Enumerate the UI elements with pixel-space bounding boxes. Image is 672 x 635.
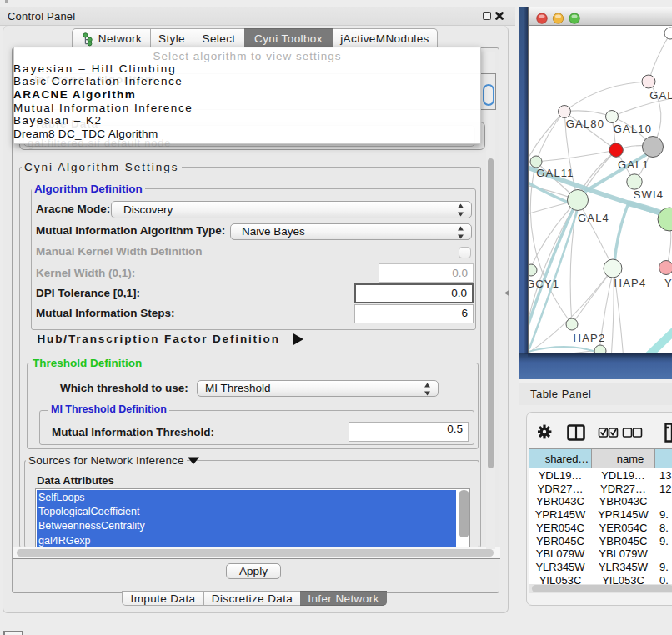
svg-text:GAL80: GAL80 xyxy=(566,118,604,130)
svg-text:HAP4: HAP4 xyxy=(614,277,647,289)
svg-text:GAL1: GAL1 xyxy=(618,158,649,171)
svg-text:GAL: GAL xyxy=(649,89,672,102)
svg-text:GAL4: GAL4 xyxy=(578,212,609,224)
svg-text:GAL11: GAL11 xyxy=(536,167,574,179)
svg-text:GAL10: GAL10 xyxy=(614,122,652,135)
svg-text:Y: Y xyxy=(664,277,672,289)
svg-text:HAP2: HAP2 xyxy=(574,332,606,344)
svg-text:SWI4: SWI4 xyxy=(634,188,664,201)
svg-text:GCY1: GCY1 xyxy=(529,278,559,290)
